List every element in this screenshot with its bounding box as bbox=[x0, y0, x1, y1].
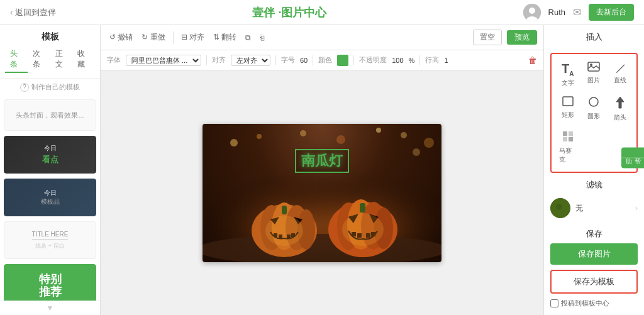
svg-rect-47 bbox=[563, 137, 567, 141]
make-template-label: 制作自己的模板 bbox=[31, 82, 80, 92]
filter-preview bbox=[550, 198, 570, 218]
reset-button[interactable]: 置空 bbox=[473, 30, 502, 45]
copy-button[interactable]: ⧉ bbox=[243, 32, 253, 43]
insert-arrow-button[interactable]: 箭头 bbox=[609, 94, 631, 124]
template-label-4b: 线条 + 留白 bbox=[35, 242, 64, 250]
submit-checkbox[interactable] bbox=[550, 299, 558, 307]
color-picker[interactable] bbox=[337, 55, 348, 66]
font-sep-3 bbox=[313, 55, 313, 65]
template-label-3a: 今日 bbox=[44, 189, 57, 197]
filter-content: 无 › bbox=[550, 194, 638, 222]
back-link[interactable]: ‹ 返回到壹伴 bbox=[10, 7, 56, 18]
list-item[interactable]: 今日 看点 bbox=[4, 136, 96, 174]
svg-point-39 bbox=[413, 148, 420, 156]
title-suffix: ·图片中心 bbox=[278, 6, 326, 19]
svg-point-50 bbox=[556, 204, 562, 210]
align-button[interactable]: ⊟ 对齐 bbox=[179, 31, 207, 44]
tab-body[interactable]: 正文 bbox=[50, 47, 73, 73]
svg-point-43 bbox=[589, 97, 598, 106]
question-icon: ? bbox=[20, 83, 29, 92]
insert-arrow-label: 箭头 bbox=[614, 113, 626, 122]
list-item[interactable]: 头条封面，观看效果... bbox=[4, 99, 96, 131]
insert-circle-button[interactable]: 圆形 bbox=[583, 94, 606, 124]
canvas-wrapper[interactable]: 南瓜灯 bbox=[101, 70, 543, 315]
svg-rect-46 bbox=[569, 131, 573, 136]
avatar bbox=[523, 4, 541, 21]
font-sep-2 bbox=[275, 55, 276, 65]
tab-headline[interactable]: 头条 bbox=[5, 47, 28, 73]
insert-line-label: 直线 bbox=[614, 76, 626, 85]
submit-label: 投稿到模板中心 bbox=[561, 299, 609, 308]
svg-point-37 bbox=[424, 138, 434, 148]
template-text-1: 头条封面，观看效果... bbox=[16, 111, 84, 120]
rect-icon bbox=[562, 96, 574, 109]
insert-text-button[interactable]: TA 文字 bbox=[557, 59, 579, 90]
filter-section-title: 滤镜 bbox=[550, 179, 638, 191]
svg-point-38 bbox=[376, 128, 381, 133]
svg-point-35 bbox=[336, 135, 345, 144]
toolbar: ↺ 撤销 ↻ 重做 ⊟ 对齐 ⇅ 翻转 ⧉ ⎗ 置空 预览 bbox=[101, 25, 543, 50]
svg-point-32 bbox=[230, 139, 238, 146]
size-label: 字号 bbox=[281, 55, 295, 65]
username: Ruth bbox=[548, 8, 565, 17]
flip-button[interactable]: ⇅ 翻转 bbox=[211, 31, 239, 44]
svg-rect-24 bbox=[360, 203, 365, 213]
list-item[interactable]: 今日 模板品 bbox=[4, 179, 96, 216]
template-preview-5: 特别推荐 bbox=[4, 264, 96, 301]
redo-button[interactable]: ↻ 重做 bbox=[139, 31, 167, 44]
insert-image-label: 图片 bbox=[587, 76, 600, 85]
opacity-unit: % bbox=[409, 57, 415, 64]
back-arrow-icon: ‹ bbox=[10, 8, 13, 17]
opacity-label: 不透明度 bbox=[359, 55, 387, 65]
svg-marker-44 bbox=[616, 97, 624, 108]
font-sep-1 bbox=[206, 55, 207, 65]
edge-help[interactable]: 帮助 bbox=[621, 147, 644, 158]
save-image-button[interactable]: 保存图片 bbox=[550, 243, 638, 265]
filter-expand-icon[interactable]: › bbox=[635, 204, 638, 213]
insert-rect-label: 矩形 bbox=[562, 111, 574, 119]
header-right: Ruth ✉ 去新后台 bbox=[523, 4, 634, 21]
insert-section-title: 插入 bbox=[550, 31, 638, 43]
tab-secondary[interactable]: 次条 bbox=[28, 47, 50, 73]
canvas-text[interactable]: 南瓜灯 bbox=[295, 149, 349, 173]
right-edge-nav: 帮助 反馈 bbox=[621, 147, 644, 168]
insert-image-button[interactable]: 图片 bbox=[583, 59, 606, 90]
toolbar-separator-1 bbox=[173, 31, 174, 44]
delete-element-button[interactable]: 🗑 bbox=[528, 55, 537, 65]
save-section-title: 保存 bbox=[550, 228, 638, 240]
image-icon bbox=[587, 62, 600, 75]
save-template-button[interactable]: 保存为模板 bbox=[550, 270, 638, 294]
insert-mosaic-label: 马赛克 bbox=[559, 146, 577, 164]
svg-point-1 bbox=[529, 8, 535, 14]
make-template-link[interactable]: ? 制作自己的模板 bbox=[0, 79, 100, 96]
svg-rect-11 bbox=[282, 206, 287, 214]
paste-button[interactable]: ⎗ bbox=[257, 32, 267, 43]
edge-feedback[interactable]: 反馈 bbox=[621, 158, 644, 168]
app-title: 壹伴 ·图片中心 bbox=[252, 5, 326, 20]
tab-favorites[interactable]: 收藏 bbox=[72, 47, 95, 73]
font-label: 字体 bbox=[107, 55, 121, 65]
insert-rect-button[interactable]: 矩形 bbox=[557, 94, 579, 124]
align-selector[interactable]: 左对齐 bbox=[231, 55, 270, 66]
font-selector[interactable]: 阿里巴巴普惠体 ... bbox=[126, 55, 201, 66]
font-sep-4 bbox=[353, 55, 354, 65]
backend-button[interactable]: 去新后台 bbox=[589, 4, 634, 21]
insert-text-label: 文字 bbox=[562, 79, 574, 87]
canvas[interactable]: 南瓜灯 bbox=[203, 124, 441, 262]
mail-icon[interactable]: ✉ bbox=[573, 6, 581, 18]
sidebar-scroll-down[interactable]: ▼ bbox=[0, 301, 100, 315]
svg-rect-42 bbox=[563, 97, 573, 106]
insert-line-button[interactable]: — 直线 bbox=[609, 59, 631, 90]
template-label-2b: 看点 bbox=[42, 154, 58, 165]
lineheight-label: 行高 bbox=[425, 55, 439, 65]
list-item[interactable]: TITLE HERE 线条 + 留白 bbox=[4, 221, 96, 259]
template-label-4a: TITLE HERE bbox=[32, 231, 69, 240]
template-label-2a: 今日 bbox=[44, 144, 57, 153]
svg-point-5 bbox=[203, 234, 441, 262]
undo-button[interactable]: ↺ 撤销 bbox=[107, 31, 135, 44]
preview-button[interactable]: 预览 bbox=[507, 30, 537, 45]
list-item[interactable]: 特别推荐 bbox=[4, 264, 96, 301]
font-sep-5 bbox=[419, 55, 420, 65]
insert-mosaic-button[interactable]: 马赛克 bbox=[557, 128, 579, 167]
svg-point-18 bbox=[265, 216, 303, 246]
